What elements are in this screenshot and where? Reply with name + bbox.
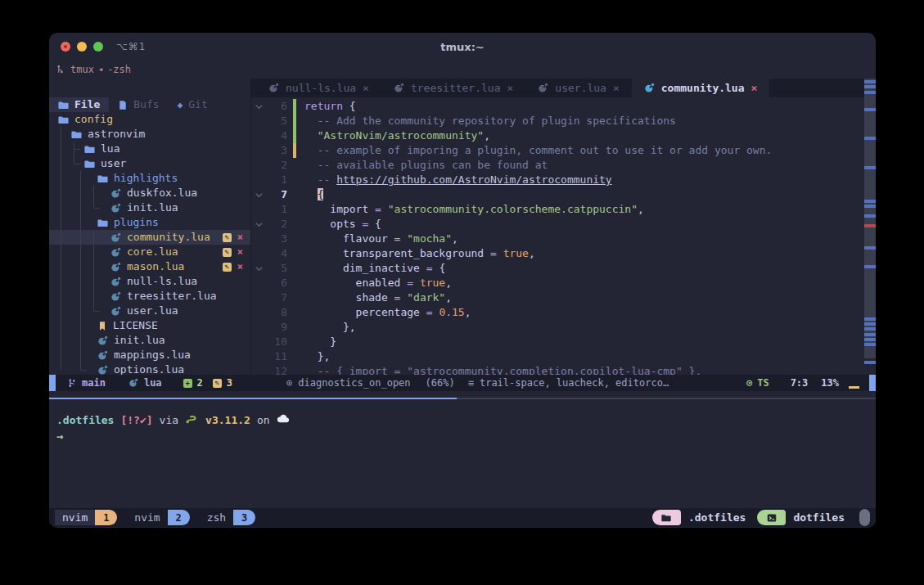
tree-item-duskfox-lua[interactable]: duskfox.lua [49, 186, 250, 200]
buffer-tab-community-lua[interactable]: community.lua× [632, 79, 770, 97]
code-line[interactable]: 2 -- available plugins can be found at [251, 158, 876, 173]
sidebar-tab-bufs[interactable]: Bufs [109, 97, 168, 112]
tree-item-init-lua[interactable]: init.lua [49, 333, 250, 348]
close-buffer-icon[interactable]: × [751, 83, 758, 93]
code-line[interactable]: 1 -- https://github.com/AstroNvim/astroc… [251, 173, 876, 187]
code-token: = [388, 291, 407, 304]
tree-item-init-lua[interactable]: init.lua [49, 200, 250, 215]
sidebar-tab-label: Bufs [133, 97, 159, 112]
tree-indent-elbow [74, 142, 80, 150]
code-line[interactable]: 2 opts = { [251, 217, 876, 232]
tree-indent-guide [61, 127, 61, 370]
code-line-text: } [304, 335, 336, 349]
code-line[interactable]: 9 }, [251, 320, 876, 335]
unsaved-close-icon[interactable]: × [237, 248, 243, 257]
shell-pane[interactable]: .dotfiles [!?✔] via v3.11.2 on → [49, 399, 876, 508]
code-line[interactable]: 5 -- Add the community repository of plu… [251, 114, 876, 128]
tree-item-astronvim[interactable]: astronvim [49, 127, 250, 142]
code-token: = [388, 232, 407, 245]
code-token: dim_inactive [304, 262, 420, 274]
fold-arrow-icon[interactable] [251, 99, 266, 114]
tree-item-community-lua[interactable]: community.lua✎× [49, 230, 250, 245]
git-sign-add [293, 128, 296, 143]
code-line[interactable]: 6 enabled = true, [251, 276, 876, 290]
code-line[interactable]: 4 transparent_background = true, [251, 246, 876, 261]
line-number: 2 [266, 217, 293, 232]
fold-arrow-icon[interactable] [251, 187, 266, 202]
tree-item-treesitter-lua[interactable]: treesitter.lua [49, 289, 250, 304]
tree-item-plugins[interactable]: plugins [49, 215, 250, 230]
code-token: flavour [304, 232, 388, 245]
code-line[interactable]: 5 dim_inactive = { [251, 261, 876, 276]
code-token: = [484, 247, 503, 259]
line-number: 8 [266, 305, 293, 320]
close-window-button[interactable] [61, 42, 70, 52]
zoom-window-button[interactable] [93, 42, 103, 52]
tree-item-user-lua[interactable]: user.lua [49, 304, 250, 318]
fold-column [251, 246, 266, 261]
scrollbar-mark-blue [864, 322, 876, 326]
code-line[interactable]: 6return { [251, 99, 876, 114]
code-token: , [529, 247, 535, 259]
sign-column [293, 349, 296, 364]
sidebar-tab-file[interactable]: File [49, 97, 109, 112]
unsaved-close-icon[interactable]: × [237, 263, 243, 272]
tmux-window-nvim-2[interactable]: nvim2 [127, 510, 189, 525]
code-line[interactable]: 12 -- { import = "astrocommunity.complet… [251, 364, 876, 375]
added-count: 2 [197, 377, 203, 389]
buffer-tab-user-lua[interactable]: user.lua× [525, 79, 631, 97]
code-area[interactable]: 6return {5 -- Add the community reposito… [251, 97, 876, 375]
buffer-tab-null-ls-lua[interactable]: null-ls.lua× [256, 79, 381, 97]
window-controls [49, 42, 103, 52]
sign-column [293, 158, 296, 173]
tmux-window-name: nvim [55, 510, 95, 525]
tree-item-badges: ✎× [223, 248, 250, 257]
code-token: transparent_background [304, 247, 484, 259]
code-line[interactable]: 3 -- example of imporing a plugin, comme… [251, 143, 876, 158]
close-buffer-icon[interactable]: × [507, 83, 514, 93]
tree-item-options-lua[interactable]: options.lua [49, 362, 250, 375]
code-token: shade [304, 291, 388, 304]
tree-item-config[interactable]: config [49, 112, 250, 127]
code-line[interactable]: 8 percentage = 0.15, [251, 305, 876, 320]
code-line-text: "AstroNvim/astrocommunity", [304, 128, 490, 143]
fold-arrow-icon[interactable] [251, 217, 266, 232]
tree-item-label: duskfox.lua [127, 186, 197, 200]
line-number: 6 [266, 99, 293, 114]
code-line[interactable]: 1 import = "astrocommunity.colorscheme.c… [251, 202, 876, 217]
tree-item-LICENSE[interactable]: LICENSE [49, 318, 250, 333]
buffer-tab-treesitter-lua[interactable]: treesitter.lua× [381, 79, 525, 97]
code-token: import [304, 203, 368, 215]
tree-item-null-ls-lua[interactable]: null-ls.lua [49, 274, 250, 289]
buffer-tab-label: null-ls.lua [286, 82, 356, 94]
code-line[interactable]: 4 "AstroNvim/astrocommunity", [251, 128, 876, 143]
code-line[interactable]: 7 { [251, 187, 876, 202]
scrollbar-mark-blue [864, 91, 876, 94]
tree-item-core-lua[interactable]: core.lua✎× [49, 245, 250, 259]
fold-column [251, 202, 266, 217]
code-line[interactable]: 3 flavour = "mocha", [251, 232, 876, 246]
lua-icon [394, 83, 404, 93]
tree-item-badges: ✎× [223, 233, 250, 242]
code-token: 0.15 [439, 306, 464, 318]
code-line[interactable]: 11 }, [251, 349, 876, 364]
close-buffer-icon[interactable]: × [363, 83, 369, 93]
code-line-text: opts = { [304, 217, 381, 232]
code-line-text: dim_inactive = { [304, 261, 445, 276]
tree-item-mason-lua[interactable]: mason.lua✎× [49, 259, 250, 274]
code-line[interactable]: 7 shade = "dark", [251, 290, 876, 305]
code-line[interactable]: 10 } [251, 335, 876, 349]
tmux-window-nvim-1[interactable]: nvim1 [55, 510, 117, 525]
sidebar-tab-git[interactable]: ◈Git [169, 97, 217, 112]
fold-column [251, 349, 266, 364]
fold-arrow-icon[interactable] [251, 261, 266, 276]
host-pill [757, 510, 786, 525]
unsaved-close-icon[interactable]: × [237, 233, 243, 242]
minimize-window-button[interactable] [77, 42, 87, 52]
tree-item-mappings-lua[interactable]: mappings.lua [49, 348, 250, 362]
tmux-window-zsh-3[interactable]: zsh3 [200, 510, 255, 525]
editor-scrollbar[interactable] [864, 79, 876, 358]
prompt-via-label: via [160, 414, 178, 426]
tree-item-highlights[interactable]: highlights [49, 171, 250, 186]
close-buffer-icon[interactable]: × [613, 83, 620, 93]
